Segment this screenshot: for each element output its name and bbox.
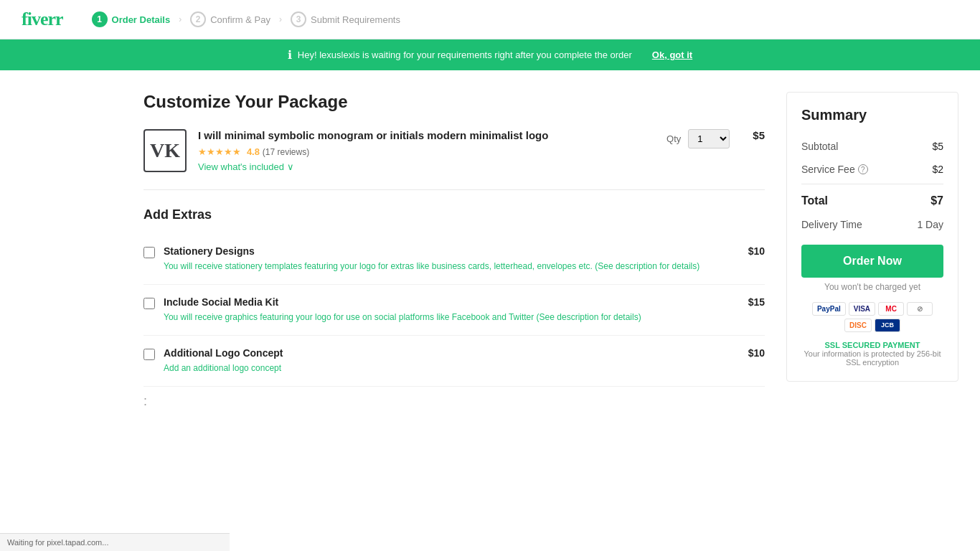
- visa-icon: VISA: [849, 302, 875, 316]
- delivery-value: 1 Day: [917, 219, 943, 230]
- delivery-row: Delivery Time 1 Day: [801, 215, 943, 235]
- extra-item-social: Include Social Media Kit You will receiv…: [143, 285, 765, 336]
- ssl-info: SSL SECURED PAYMENT Your information is …: [801, 341, 943, 367]
- extras-more-indicator: :: [143, 387, 765, 409]
- service-fee-value: $2: [932, 164, 943, 175]
- qty-area: Qty 1 2 3 4 5: [666, 129, 730, 149]
- extra-price-stationery: $10: [748, 245, 765, 257]
- step-2-label: Confirm & Pay: [210, 14, 270, 25]
- package-rating: ★★★★★ 4.8 (17 reviews): [198, 146, 655, 157]
- qty-label: Qty: [666, 133, 681, 144]
- summary-box: Summary Subtotal $5 Service Fee ? $2 Tot…: [786, 92, 958, 382]
- diners-icon: ⊘: [907, 302, 933, 316]
- notice-text: Hey! lexuslexis is waiting for your requ…: [298, 50, 632, 60]
- qty-select[interactable]: 1 2 3 4 5: [688, 129, 730, 149]
- payment-icons: PayPal VISA MC ⊘ DISC JCB: [801, 302, 943, 332]
- steps-nav: 1 Order Details › 2 Confirm & Pay › 3 Su…: [92, 11, 400, 27]
- extra-info-social: Include Social Media Kit You will receiv…: [164, 296, 740, 324]
- total-value: $7: [930, 194, 943, 207]
- extra-info-logo-concept: Additional Logo Concept Add an additiona…: [164, 347, 740, 375]
- extra-desc-stationery: You will receive stationery templates fe…: [164, 260, 740, 273]
- subtotal-row: Subtotal $5: [801, 135, 943, 158]
- delivery-label: Delivery Time: [801, 219, 862, 230]
- step-2-circle: 2: [190, 11, 206, 27]
- extra-desc-social: You will receive graphics featuring your…: [164, 311, 740, 324]
- view-included-link[interactable]: View what's included ∨: [198, 161, 294, 172]
- star-icons: ★★★★★: [198, 146, 241, 157]
- step-2[interactable]: 2 Confirm & Pay: [190, 11, 270, 27]
- content-area: Customize Your Package VK I will minimal…: [143, 92, 765, 409]
- summary-divider: [801, 184, 943, 184]
- summary-title: Summary: [801, 107, 943, 123]
- extras-section: Add Extras Stationery Designs You will r…: [143, 207, 765, 409]
- total-row: Total $7: [801, 187, 943, 215]
- discover-icon: DISC: [844, 319, 872, 332]
- extra-name-stationery: Stationery Designs: [164, 245, 740, 257]
- total-label: Total: [801, 194, 828, 207]
- notice-ok-button[interactable]: Ok, got it: [652, 50, 692, 60]
- fiverr-logo: fiverr: [22, 9, 63, 30]
- site-header: fiverr 1 Order Details › 2 Confirm & Pay…: [0, 0, 980, 39]
- extra-price-logo-concept: $10: [748, 347, 765, 359]
- rating-value: 4.8: [247, 146, 260, 157]
- step-3[interactable]: 3 Submit Requirements: [291, 11, 400, 27]
- order-now-button[interactable]: Order Now: [801, 245, 943, 278]
- mastercard-icon: MC: [878, 302, 904, 316]
- step-1-label: Order Details: [112, 14, 171, 25]
- step-3-circle: 3: [291, 11, 306, 27]
- reviews-count: (17 reviews): [263, 147, 309, 157]
- page-title: Customize Your Package: [143, 92, 765, 112]
- extra-item-stationery: Stationery Designs You will receive stat…: [143, 234, 765, 285]
- subtotal-label: Subtotal: [801, 141, 838, 152]
- extra-price-social: $15: [748, 296, 765, 308]
- extra-checkbox-stationery[interactable]: [143, 247, 155, 258]
- step-1-circle: 1: [92, 11, 108, 27]
- step-1[interactable]: 1 Order Details: [92, 11, 171, 27]
- step-3-label: Submit Requirements: [311, 14, 400, 25]
- ssl-info-text: Your information is protected by 256-bit…: [801, 349, 943, 367]
- extra-info-stationery: Stationery Designs You will receive stat…: [164, 245, 740, 273]
- service-fee-info-icon[interactable]: ?: [858, 164, 868, 174]
- main-content: Customize Your Package VK I will minimal…: [0, 70, 980, 430]
- extras-title: Add Extras: [143, 207, 765, 222]
- step-arrow-2: ›: [279, 14, 282, 24]
- step-arrow-1: ›: [179, 14, 182, 24]
- subtotal-value: $5: [932, 141, 943, 152]
- extra-name-social: Include Social Media Kit: [164, 296, 740, 308]
- package-title: I will minimal symbolic monogram or init…: [198, 129, 655, 141]
- package-logo: VK: [143, 129, 187, 172]
- service-fee-row: Service Fee ? $2: [801, 158, 943, 181]
- ssl-secured-label: SSL SECURED PAYMENT: [801, 341, 943, 349]
- service-fee-label: Service Fee ?: [801, 164, 868, 175]
- sidebar: Summary Subtotal $5 Service Fee ? $2 Tot…: [786, 92, 958, 409]
- extra-item-logo-concept: Additional Logo Concept Add an additiona…: [143, 336, 765, 387]
- package-price: $5: [753, 129, 765, 141]
- paypal-icon: PayPal: [812, 302, 846, 316]
- package-info: I will minimal symbolic monogram or init…: [198, 129, 655, 172]
- notice-icon: ℹ: [288, 48, 292, 62]
- extra-checkbox-social[interactable]: [143, 298, 155, 309]
- no-charge-text: You won't be charged yet: [801, 282, 943, 292]
- extra-name-logo-concept: Additional Logo Concept: [164, 347, 740, 359]
- notice-bar: ℹ Hey! lexuslexis is waiting for your re…: [0, 39, 980, 70]
- package-item: VK I will minimal symbolic monogram or i…: [143, 129, 765, 190]
- extra-desc-logo-concept: Add an additional logo concept: [164, 362, 740, 375]
- jcb-icon: JCB: [875, 319, 900, 332]
- extra-checkbox-logo-concept[interactable]: [143, 349, 155, 360]
